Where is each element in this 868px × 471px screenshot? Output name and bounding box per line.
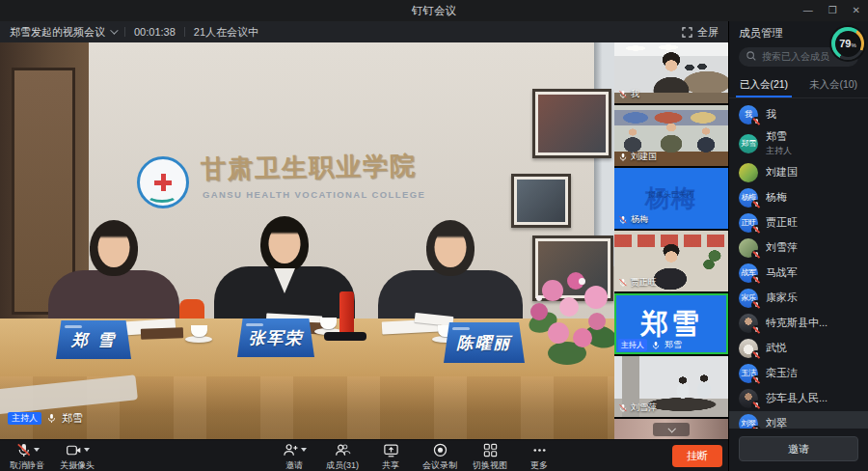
member-name-column: 莎车县人民... (766, 391, 827, 405)
maximize-button[interactable]: ❐ (828, 6, 837, 15)
fullscreen-button[interactable]: 全屏 (682, 25, 719, 40)
performance-badge[interactable]: 79 % (831, 27, 864, 60)
participant-name: 杨梅 (631, 213, 648, 226)
member-role: 主持人 (766, 145, 792, 157)
switch-view-label: 切换视图 (473, 459, 507, 471)
dropdown-caret-icon[interactable] (301, 448, 307, 452)
shirt (274, 268, 295, 293)
minimize-button[interactable]: — (803, 6, 813, 15)
member-panel-title: 成员管理 (739, 26, 783, 41)
mic-muted-icon (751, 401, 761, 410)
participant-name: 刘雪萍 (631, 402, 657, 414)
name-card: 张军荣 (237, 319, 314, 357)
performance-unit: % (851, 42, 855, 48)
video-thumbnail-camera-off[interactable]: 杨梅 摄像头已关闭 杨梅 (614, 168, 728, 229)
member-row[interactable]: 特克斯县中... (729, 311, 868, 336)
toolbar-center-group: 邀请 成员(31) 共享 (278, 442, 556, 471)
thumbnail-label: 刘建国 (618, 151, 657, 163)
scroll-down-button[interactable] (653, 423, 690, 436)
video-thumbnail-me[interactable]: 我 (614, 42, 728, 103)
member-row[interactable]: 杨梅 杨梅 (729, 185, 868, 210)
member-name-column: 我 (766, 107, 776, 122)
participant-name: 郑雪 (665, 339, 682, 351)
member-row[interactable]: 刘雪萍 (729, 236, 868, 261)
tab-joined[interactable]: 已入会(21) (729, 74, 799, 97)
meeting-title-dropdown[interactable]: 郑雪发起的视频会议 (10, 25, 116, 40)
avatar-initials: 我 (745, 109, 752, 120)
participant-name: 我 (631, 88, 639, 100)
dropdown-caret-icon[interactable] (34, 448, 40, 452)
member-avatar (739, 389, 758, 408)
mic-on-icon (618, 152, 628, 162)
participant-count: 21人在会议中 (194, 25, 258, 40)
member-tabs: 已入会(21) 未入会(10) (729, 74, 868, 98)
teacup (191, 325, 207, 337)
name-card: 郑 雪 (56, 320, 131, 359)
participant-video-strip: 我 刘建国 杨梅 摄像头已关闭 (614, 42, 728, 439)
member-name-column: 刘翠 (766, 416, 787, 429)
member-name: 栾玉洁 (766, 366, 798, 380)
members-button[interactable]: 成员(31) (326, 442, 359, 471)
member-name-column: 郑雪 主持人 (766, 129, 792, 157)
switch-view-button[interactable]: 切换视图 (473, 442, 507, 471)
meeting-duration: 00:01:38 (134, 26, 176, 38)
unmute-button[interactable]: 取消静音 (10, 442, 44, 471)
member-name-column: 刘建国 (766, 165, 798, 180)
main-video-tile[interactable]: 甘肃卫生职业学院 GANSU HEALTH VOCATIONAL COLLEGE (0, 42, 614, 439)
grid-layout-icon (482, 442, 499, 458)
close-button[interactable]: ✕ (853, 6, 860, 15)
unmute-label: 取消静音 (10, 459, 44, 471)
video-thumbnail[interactable]: 刘雪萍 (614, 356, 728, 417)
mic-muted-icon (751, 325, 761, 335)
member-name-column: 武悦 (766, 341, 787, 355)
member-row[interactable]: 刘建国 (729, 160, 868, 185)
camera-off-button[interactable]: 关摄像头 (60, 442, 95, 471)
member-name: 马战军 (766, 265, 798, 280)
more-button[interactable]: 更多 (523, 442, 556, 471)
member-row[interactable]: 我 我 (729, 102, 868, 127)
meeting-toolbar: 取消静音 关摄像头 (0, 439, 728, 471)
member-avatar (739, 163, 758, 182)
member-row[interactable]: 战军 马战军 (729, 261, 868, 286)
video-thumbnail[interactable]: 刘建国 (614, 105, 728, 166)
search-icon (746, 50, 757, 62)
camera-off-message: 摄像头已关闭 (614, 189, 728, 200)
camera-icon (66, 442, 82, 458)
invite-button[interactable]: 邀请 (278, 442, 311, 471)
mic-muted-icon (751, 225, 761, 235)
member-row[interactable]: 莎车县人民... (729, 386, 868, 411)
member-row[interactable]: 正旺 贾正旺 (729, 210, 868, 236)
logo-arc (147, 188, 177, 203)
video-thumbnail[interactable]: 贾正旺 (614, 231, 728, 291)
thumbnail-label: 我 (618, 88, 639, 100)
member-name: 杨梅 (766, 190, 787, 205)
member-row[interactable]: 刘翠 刘翠 (729, 411, 868, 429)
record-icon (432, 442, 448, 458)
member-list: 我 我 郑雪 (729, 98, 868, 429)
mic-muted-icon (751, 250, 761, 260)
mic-muted-icon (751, 275, 761, 285)
mic-muted-icon (751, 300, 761, 310)
tab-not-joined[interactable]: 未入会(10) (799, 74, 868, 97)
member-name-column: 特克斯县中... (766, 316, 827, 330)
member-row[interactable]: 武悦 (729, 336, 868, 361)
member-name-column: 杨梅 (766, 190, 787, 205)
hangup-button[interactable]: 挂断 (672, 445, 722, 467)
college-sign-english: GANSU HEALTH VOCATIONAL COLLEGE (203, 189, 425, 200)
video-thumbnail-active-speaker[interactable]: 郑雪 主持人 郑雪 (614, 293, 728, 354)
share-screen-button[interactable]: 共享 (374, 442, 407, 471)
participant-name: 刘建国 (631, 151, 657, 163)
member-row[interactable]: 家乐 康家乐 (729, 286, 868, 311)
member-row[interactable]: 玉洁 栾玉洁 (729, 361, 868, 386)
record-button[interactable]: 会议录制 (422, 442, 457, 471)
title-bar: 钉钉会议 — ❐ ✕ (0, 0, 868, 21)
invite-members-button[interactable]: 邀请 (739, 436, 858, 461)
dropdown-caret-icon[interactable] (84, 448, 90, 452)
fullscreen-label: 全屏 (697, 25, 719, 40)
member-name-column: 刘雪萍 (766, 240, 798, 255)
member-row[interactable]: 郑雪 郑雪 主持人 (729, 127, 868, 160)
member-avatar: 我 (739, 105, 758, 125)
mic-muted-icon (15, 442, 32, 458)
thumbnail-label: 杨梅 (618, 213, 648, 226)
meeting-title: 郑雪发起的视频会议 (10, 25, 105, 40)
